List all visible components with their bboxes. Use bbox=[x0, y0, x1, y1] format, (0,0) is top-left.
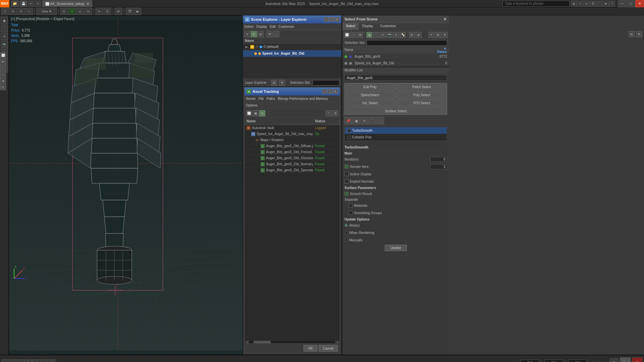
mod-object-name-field[interactable] bbox=[344, 75, 447, 81]
mod-btn-surface-select[interactable]: Surface Select bbox=[344, 107, 447, 115]
at-row-normal[interactable]: i Auger_Bits_geo5_Old_Normal.png Found bbox=[245, 161, 340, 167]
sfs-settings-btn[interactable]: ⊞ bbox=[435, 32, 441, 38]
at-maximize-btn[interactable]: □ bbox=[328, 89, 332, 94]
sfs-shape-btn[interactable]: ⌒ bbox=[373, 32, 379, 38]
at-row-diffuse[interactable]: i Auger_Bits_geo5_Old_Diffuse.png Found bbox=[245, 143, 340, 149]
at-ok-btn[interactable]: OK bbox=[304, 345, 317, 352]
scrollbar-right[interactable]: ▶ bbox=[335, 341, 340, 343]
at-settings-btn[interactable]: ⚙ bbox=[332, 110, 338, 116]
always-radio[interactable] bbox=[344, 224, 348, 227]
coord-x-input[interactable] bbox=[521, 360, 539, 362]
mirror2-btn[interactable]: ⇔ bbox=[96, 8, 103, 15]
at-menu-server[interactable]: Server bbox=[246, 97, 256, 101]
mod-btn-fpd-select[interactable]: FFD Select bbox=[396, 99, 447, 107]
minimize-btn[interactable]: ─ bbox=[618, 0, 627, 7]
panel-close-btn[interactable]: ✕ bbox=[335, 17, 339, 22]
mod-btn-patch-select[interactable]: Patch Select bbox=[396, 83, 447, 90]
mod-icon-shape[interactable]: ⌒ bbox=[369, 117, 376, 124]
at-menu-bitmap[interactable]: Bitmap Performance and Memory bbox=[278, 97, 328, 101]
se-eye-btn[interactable]: 👁 bbox=[267, 31, 273, 37]
create-geo-btn[interactable]: ◆ bbox=[1, 17, 8, 24]
file-open-btn[interactable]: 📁 bbox=[11, 1, 18, 7]
at-close-btn[interactable]: ✕ bbox=[333, 89, 338, 94]
mod-icon-select[interactable]: ▣ bbox=[353, 117, 360, 124]
render-iters-input[interactable] bbox=[430, 164, 447, 169]
se-right-btn2[interactable]: ▼ bbox=[636, 31, 642, 37]
ref-coord-btn[interactable]: View ▼ bbox=[37, 8, 57, 15]
se-side-btn5[interactable]: ◈ bbox=[0, 78, 6, 84]
coord-z-input[interactable] bbox=[568, 360, 587, 362]
tb-align-btn[interactable]: ☰ bbox=[590, 1, 596, 7]
at-row-vault[interactable]: V Autodesk Vault Logged bbox=[245, 125, 340, 131]
smooth-result-check[interactable] bbox=[344, 192, 348, 196]
render-iters-check[interactable] bbox=[344, 165, 348, 169]
sfs-close2-btn[interactable]: ✕ bbox=[428, 32, 434, 38]
sfs-geo-btn[interactable]: ◆ bbox=[366, 32, 372, 38]
layer-0-item[interactable]: ▶ 📁 0 (default) bbox=[243, 44, 341, 50]
layer-1-item[interactable]: Speed_Ice_Auger_Bit_Old bbox=[243, 50, 341, 57]
footer-btn2[interactable]: ▼ bbox=[279, 80, 285, 86]
materials-check[interactable] bbox=[348, 203, 353, 207]
undo-btn[interactable]: ↩ bbox=[28, 1, 34, 7]
bt-view-btn1[interactable]: ↑ bbox=[1, 359, 10, 362]
se-side-btn4[interactable]: ◇ bbox=[0, 71, 6, 77]
explicit-normals-check[interactable] bbox=[344, 179, 348, 183]
sfs-row-speedice[interactable]: Speed_Ice_Auger_Bit_Old 0 bbox=[342, 60, 449, 67]
se-sync-btn[interactable]: ⇌ bbox=[258, 31, 264, 37]
tb-render-btn[interactable]: ★ bbox=[603, 1, 609, 7]
tree-expand-icon[interactable]: ▶ bbox=[246, 45, 249, 49]
bt-view-btn4[interactable]: ⊡ bbox=[29, 359, 37, 362]
sfs-bone-btn[interactable]: 🦴 bbox=[400, 32, 406, 38]
tab-close-icon[interactable]: ✕ bbox=[87, 2, 89, 6]
sfs-row-augerbits[interactable]: Auger_Bits_geo5 6772 bbox=[342, 53, 449, 60]
at-scrollbar-h[interactable]: ◀ ▶ bbox=[245, 341, 340, 343]
sfs-tab-customize[interactable]: Customize bbox=[377, 23, 400, 30]
tb-help-btn[interactable]: ? bbox=[609, 1, 615, 7]
at-help-btn[interactable]: ? bbox=[326, 110, 332, 116]
mod-stack-turbosmooth[interactable]: TurboSmooth bbox=[345, 127, 447, 134]
update-btn[interactable]: Update bbox=[385, 245, 407, 251]
scrollbar-left[interactable]: ◀ bbox=[245, 341, 249, 343]
sfs-tab-display[interactable]: Display bbox=[359, 23, 377, 30]
bt-view-btn6[interactable]: ⊞ bbox=[47, 359, 55, 362]
at-tb-btn2[interactable]: ▣ bbox=[253, 110, 259, 116]
search-input[interactable] bbox=[502, 1, 570, 7]
mod-icon-move[interactable]: ✛ bbox=[361, 117, 368, 124]
sfs-down-btn[interactable]: ▼ bbox=[442, 32, 448, 38]
at-tb-btn3[interactable]: ⊞ bbox=[259, 110, 265, 116]
tb-mirror-btn[interactable]: ⇔ bbox=[584, 1, 590, 7]
se-arrow-btn[interactable]: ↕ bbox=[273, 31, 279, 37]
select-obj-btn[interactable]: ☐ bbox=[1, 8, 9, 15]
at-row-maps[interactable]: 🗁 Maps / Shaders bbox=[245, 137, 340, 143]
sfs-close-btn[interactable]: ✕ bbox=[443, 16, 447, 22]
mod-stack-editablepoly[interactable]: Editable Poly bbox=[345, 134, 447, 141]
scale-btn[interactable]: ⤡ bbox=[25, 8, 33, 15]
create-shape-btn[interactable]: ⌒ bbox=[1, 25, 8, 32]
at-minimize-btn[interactable]: ─ bbox=[322, 89, 327, 94]
file-save-btn[interactable]: 💾 bbox=[20, 1, 27, 7]
sfs-sync-btn[interactable]: ⇌ bbox=[416, 32, 422, 38]
mod-check-ep[interactable] bbox=[347, 136, 351, 139]
tb-snap-btn[interactable]: ⌖ bbox=[577, 1, 583, 7]
se-menu-edit[interactable]: Edit bbox=[270, 25, 276, 28]
at-options-label[interactable]: Options bbox=[246, 104, 257, 107]
layer-mgr-btn[interactable]: ⊞ bbox=[115, 8, 122, 15]
at-row-gloss[interactable]: i Auger_Bits_geo5_Old_Glossiness.png Fou… bbox=[245, 155, 340, 161]
at-cancel-btn[interactable]: Cancel bbox=[319, 345, 338, 352]
se-menu-customize[interactable]: Customize bbox=[278, 25, 294, 28]
bt-view-btn5[interactable]: ⤡ bbox=[38, 359, 46, 362]
se-filter-btn[interactable]: ⊞ bbox=[251, 31, 257, 37]
selection-set-input[interactable] bbox=[313, 80, 339, 85]
at-menu-paths[interactable]: Paths bbox=[267, 97, 275, 101]
sfs-tab-select[interactable]: Select bbox=[342, 23, 359, 30]
bt-grid-btn[interactable]: ⊞ bbox=[610, 358, 619, 362]
rotate-btn[interactable]: ↻ bbox=[17, 8, 25, 15]
se-close-btn[interactable]: ✕ bbox=[244, 31, 250, 37]
lights-btn[interactable]: ☀ bbox=[1, 33, 8, 40]
sfs-hlpr-btn[interactable]: ✛ bbox=[393, 32, 399, 38]
bt-view-btn3[interactable]: ↺ bbox=[19, 359, 28, 362]
isoline-check[interactable] bbox=[344, 172, 348, 176]
manually-radio[interactable] bbox=[344, 238, 348, 242]
redo-btn[interactable]: ↪ bbox=[35, 1, 41, 7]
render-setup-btn[interactable]: 🎬 bbox=[126, 8, 133, 15]
